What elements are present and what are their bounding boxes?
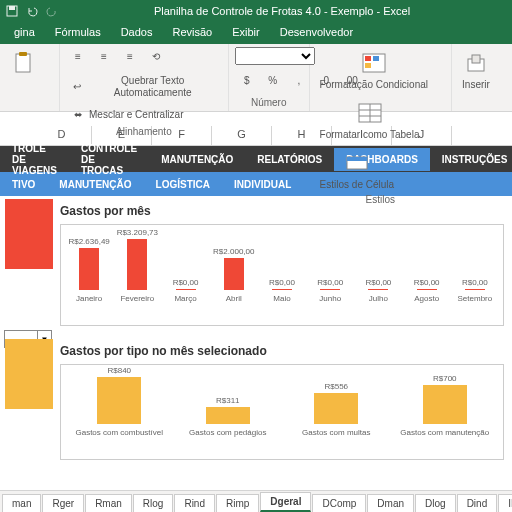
ribbon-tabs: gina Fórmulas Dados Revisão Exibir Desen… [0, 22, 512, 44]
sheet-tab[interactable]: Dman [367, 494, 414, 512]
ribbon-tab[interactable]: Fórmulas [45, 22, 111, 44]
nav-primary-item[interactable]: MANUTENÇÃO [149, 148, 245, 171]
group-label: Estilos [316, 193, 445, 205]
merge-center-button[interactable]: ⬌Mesclar e Centralizar [66, 105, 222, 125]
kpi-yellow-tile [5, 339, 53, 409]
sheet-tab[interactable]: Rlog [133, 494, 174, 512]
number-format-select[interactable] [235, 47, 315, 65]
svg-rect-15 [472, 55, 480, 63]
sheet-tab[interactable]: Rman [85, 494, 132, 512]
undo-icon[interactable] [26, 5, 38, 17]
quick-access-toolbar [6, 5, 58, 17]
ribbon-tab[interactable]: gina [4, 22, 45, 44]
chart-bar: R$0,00Maio [258, 278, 306, 303]
ribbon-tab[interactable]: Dados [111, 22, 163, 44]
chart-bar: R$0,00Julho [354, 278, 402, 303]
svg-rect-7 [365, 63, 371, 68]
nav-secondary-item[interactable]: MANUTENÇÃO [47, 174, 143, 195]
window-title: Planilha de Controle de Frotas 4.0 - Exe… [58, 5, 506, 17]
chart-bar: R$0,00Setembro [451, 278, 499, 303]
svg-rect-5 [365, 56, 371, 61]
kpi-red-tile [5, 199, 53, 269]
chart-bar: R$311Gastos com pedágios [204, 396, 252, 437]
wrap-text-button[interactable]: ↩Quebrar Texto Automaticamente [66, 73, 222, 101]
cond-format-button[interactable]: Formatação Condicional [316, 47, 432, 93]
cell-styles-button[interactable]: Estilos de Célula [316, 147, 398, 193]
svg-rect-1 [9, 6, 15, 10]
nav-secondary-item[interactable]: TIVO [0, 174, 47, 195]
insert-button[interactable]: Inserir [458, 47, 494, 93]
sheet-tab[interactable]: Rger [42, 494, 84, 512]
ribbon-tab[interactable]: Desenvolvedor [270, 22, 363, 44]
save-icon[interactable] [6, 5, 18, 17]
align-bot-icon[interactable]: ≡ [118, 47, 142, 69]
section-title: Gastos por mês [60, 204, 512, 218]
chart-bar: R$2.000,00Abril [210, 247, 258, 303]
type-chart: R$840Gastos com combustívelR$311Gastos c… [60, 364, 504, 460]
group-label: Número [235, 96, 303, 108]
svg-rect-2 [16, 54, 30, 72]
nav-secondary-item[interactable]: LOGÍSTICA [144, 174, 222, 195]
align-top-icon[interactable]: ≡ [66, 47, 90, 69]
sheet-tab[interactable]: INI [498, 494, 512, 512]
align-mid-icon[interactable]: ≡ [92, 47, 116, 69]
chart-bar: R$840Gastos com combustível [95, 366, 143, 437]
svg-rect-3 [19, 52, 27, 56]
percent-icon[interactable]: % [261, 71, 285, 93]
ribbon-tab[interactable]: Exibir [222, 22, 270, 44]
sheet-tabs: manRgerRmanRlogRindRimpDgeralDCompDmanDl… [0, 490, 512, 512]
sheet-tab[interactable]: man [2, 494, 41, 512]
sheet-tab[interactable]: DComp [312, 494, 366, 512]
sheet-tab[interactable]: Dlog [415, 494, 456, 512]
chart-bar: R$556Gastos com multas [312, 382, 360, 437]
sheet-tab[interactable]: Dgeral [260, 492, 311, 512]
sheet-tab[interactable]: Rind [174, 494, 215, 512]
chart-bar: R$0,00Março [162, 278, 210, 303]
sheet-tab[interactable]: Rimp [216, 494, 259, 512]
chart-bar: R$0,00Agosto [403, 278, 451, 303]
svg-rect-13 [347, 157, 367, 161]
svg-rect-6 [373, 56, 379, 61]
chart-bar: R$700Gastos com manutenção [421, 374, 469, 437]
currency-icon[interactable]: $ [235, 71, 259, 93]
comma-icon[interactable]: , [287, 71, 311, 93]
sheet-tab[interactable]: Dind [457, 494, 498, 512]
ribbon: ≡ ≡ ≡ ⟲ ↩Quebrar Texto Automaticamente ⬌… [0, 44, 512, 112]
chart-bar: R$3.209,73Fevereiro [113, 228, 161, 303]
dashboard-content: Gastos por mês R$2.636,49JaneiroR$3.209,… [0, 196, 512, 486]
group-label: Alinhamento [66, 125, 222, 137]
format-table-button[interactable]: Formatar como Tabela [316, 97, 424, 143]
monthly-chart: R$2.636,49JaneiroR$3.209,73FevereiroR$0,… [60, 224, 504, 326]
orientation-icon[interactable]: ⟲ [144, 47, 168, 69]
chart-bar: R$0,00Junho [306, 278, 354, 303]
nav-secondary-item[interactable]: INDIVIDUAL [222, 174, 303, 195]
redo-icon[interactable] [46, 5, 58, 17]
ribbon-tab[interactable]: Revisão [162, 22, 222, 44]
section-title: Gastos por tipo no mês selecionado [60, 344, 512, 358]
paste-button[interactable] [6, 47, 42, 81]
chart-bar: R$2.636,49Janeiro [65, 237, 113, 303]
group-label [6, 107, 53, 108]
titlebar: Planilha de Controle de Frotas 4.0 - Exe… [0, 0, 512, 22]
